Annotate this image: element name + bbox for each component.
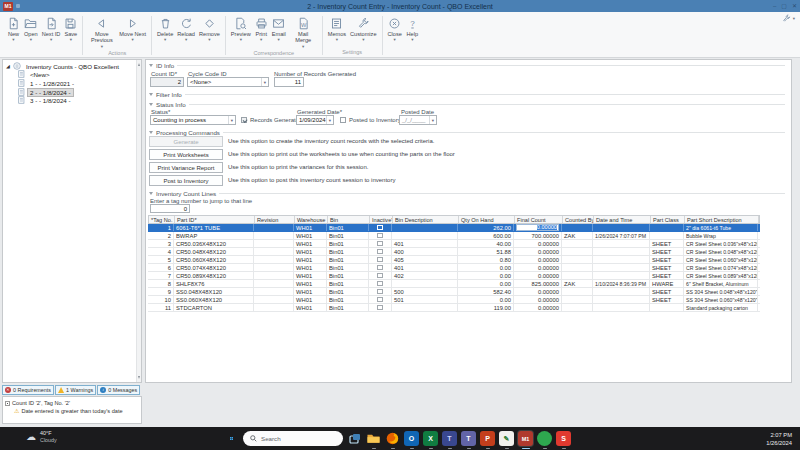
start-button[interactable] [224, 431, 239, 446]
chevron-down-icon[interactable]: ▾ [261, 78, 266, 86]
print-button[interactable]: Print▾ [253, 14, 270, 43]
collapse-icon[interactable] [5, 401, 10, 406]
cell-inactive[interactable] [369, 272, 392, 279]
ribbon-quick-customize-icon[interactable]: ▾ [782, 14, 795, 23]
inactive-checkbox[interactable] [377, 281, 383, 287]
print-variance-report-button[interactable]: Print Variance Report [149, 162, 223, 173]
inactive-checkbox[interactable] [377, 249, 383, 255]
notes-app-icon[interactable]: ✎ [499, 431, 514, 446]
green-app-icon[interactable] [537, 431, 552, 446]
new-button[interactable]: New▾ [5, 14, 22, 43]
column-header-final_count[interactable]: Final Count [515, 216, 563, 223]
mail-merge-button[interactable]: WMail Merge▾ [288, 14, 319, 49]
email-button[interactable]: Email▾ [270, 14, 288, 43]
section-processing-commands[interactable]: Processing Commands [149, 129, 785, 136]
inactive-checkbox[interactable] [377, 233, 383, 239]
posted-date-field[interactable]: _/_/____ ▾ [399, 115, 437, 125]
taskbar-clock[interactable]: 2:07 PM 1/26/2024 [766, 432, 792, 447]
cell-inactive[interactable] [369, 232, 392, 239]
section-inventory-count-lines[interactable]: Inventory Count Lines [149, 190, 785, 197]
checkbox-checked-icon[interactable] [241, 117, 247, 123]
records-generated-count-field[interactable]: 11 [274, 77, 304, 87]
reload-button[interactable]: Reload▾ [175, 14, 197, 43]
table-row-tag-2[interactable]: 2BWRAPWH01Bin01600.00700.00000ZAK1/26/20… [148, 232, 760, 240]
section-id-info[interactable]: ID Info [149, 62, 785, 69]
scroll-down-icon[interactable] [138, 376, 140, 379]
move-next-button[interactable]: Move Next▾ [117, 14, 148, 43]
status-dropdown[interactable]: Counting in process ▾ [150, 115, 236, 125]
cell-inactive[interactable] [369, 224, 392, 231]
save-button[interactable]: Save▾ [62, 14, 79, 43]
table-row-tag-8[interactable]: 8SHLF8X76WH01Bin010.00825.00000ZAK1/10/2… [148, 280, 760, 288]
tab-messages[interactable]: i 0 Messages [97, 385, 140, 395]
customize-button[interactable]: Customize▾ [348, 14, 378, 43]
taskbar-weather-widget[interactable]: ☁ 40°F Cloudy [26, 430, 57, 444]
inactive-checkbox[interactable] [377, 289, 383, 295]
help-button[interactable]: ?Help▾ [404, 14, 421, 43]
tree-expander-icon[interactable]: ◢ [6, 64, 11, 69]
section-collapse-icon[interactable] [149, 131, 153, 134]
next-id-button[interactable]: Next ID▾ [40, 14, 63, 43]
cell-inactive[interactable] [369, 240, 392, 247]
cell-inactive[interactable] [369, 256, 392, 263]
table-row-tag-5[interactable]: 5CR50.060X48X120WH01Bin014050.800.00000S… [148, 256, 760, 264]
teams-icon[interactable]: T [442, 431, 457, 446]
column-header-warehouse[interactable]: Warehouse [295, 216, 328, 223]
column-header-short_description[interactable]: Part Short Description [685, 216, 759, 223]
cell-inactive[interactable] [369, 248, 392, 255]
post-to-inventory-button[interactable]: Post to Inventory [149, 175, 223, 186]
tree-scrollbar[interactable] [136, 60, 141, 382]
open-button[interactable]: Open▾ [22, 14, 40, 43]
final-count-edit-field[interactable]: 0.00000 [516, 224, 559, 231]
maximize-button[interactable]: ▢ [781, 3, 787, 9]
inactive-checkbox[interactable] [377, 265, 383, 271]
generate-button[interactable]: Generate [149, 136, 223, 147]
tree-item-count-3[interactable]: 3 - - 1/8/2024 - [3, 96, 141, 105]
scroll-up-icon[interactable] [138, 63, 140, 66]
checkbox-unchecked-icon[interactable] [340, 117, 346, 123]
chevron-down-icon[interactable]: ▾ [228, 116, 233, 124]
section-status-info[interactable]: Status Info [149, 101, 785, 108]
table-row-tag-11[interactable]: 11STDCARTONWH01Bin01119.000.00000Standar… [148, 304, 760, 312]
cell-inactive[interactable] [369, 264, 392, 271]
m1-icon[interactable]: M1 [518, 431, 533, 446]
column-header-date_and_time[interactable]: Date and Time [594, 216, 651, 223]
move-previous-button[interactable]: Move Previous▾ [86, 14, 117, 49]
task-view-icon[interactable] [347, 431, 362, 446]
firefox-icon[interactable] [385, 431, 400, 446]
table-row-tag-9[interactable]: 9SS0.048X48X120WH01Bin01500582.400.00000… [148, 288, 760, 296]
tree-item-count-2-selected[interactable]: 2 - - 1/8/2024 - [3, 88, 141, 97]
table-row-tag-7[interactable]: 7CR50.089X48X120WH01Bin014020.000.00000S… [148, 272, 760, 280]
column-header-tag[interactable]: *Tag No. [149, 216, 175, 223]
inactive-checkbox[interactable] [377, 225, 383, 231]
column-header-inactive[interactable]: Inactive? [370, 216, 393, 223]
table-row-tag-3[interactable]: 3CR50.036X48X120WH01Bin0140140.000.00000… [148, 240, 760, 248]
section-collapse-icon[interactable] [149, 64, 153, 67]
table-row-tag-10[interactable]: 10SS0.060X48X120WH01Bin015010.000.00000S… [148, 296, 760, 304]
table-row-tag-4[interactable]: 4CR50.048X48X120WH01Bin0140051.880.00000… [148, 248, 760, 256]
tab-warnings[interactable]: 1 Warnings [55, 385, 96, 395]
cell-final_count[interactable]: 0.00000 [514, 224, 562, 231]
print-worksheets-button[interactable]: Print Worksheets [149, 149, 223, 160]
inactive-checkbox[interactable] [377, 257, 383, 263]
memos-button[interactable]: Memos▾ [326, 14, 348, 43]
inactive-checkbox[interactable] [377, 273, 383, 279]
tree-item-new[interactable]: <New> [3, 71, 141, 80]
taskbar-search-box[interactable]: Search [243, 431, 343, 446]
snagit-icon[interactable]: S [556, 431, 571, 446]
section-collapse-icon[interactable] [149, 103, 153, 106]
column-header-qty_on_hand[interactable]: Qty On Hand [459, 216, 515, 223]
column-header-bin[interactable]: Bin [328, 216, 370, 223]
tree-root-item[interactable]: ◢ Inventory Counts - QBO Excellent [3, 62, 141, 71]
cell-inactive[interactable] [369, 304, 392, 311]
section-collapse-icon[interactable] [149, 192, 153, 195]
powerpoint-icon[interactable]: P [480, 431, 495, 446]
column-header-part_class[interactable]: Part Class [651, 216, 685, 223]
warning-detail-row[interactable]: ⚠ Date entered is greater than today's d… [5, 407, 139, 415]
cycle-code-dropdown[interactable]: <None> ▾ [187, 77, 269, 87]
column-header-part_id[interactable]: Part ID* [175, 216, 255, 223]
chevron-down-icon[interactable]: ▾ [326, 116, 331, 124]
excel-icon[interactable]: X [423, 431, 438, 446]
preview-button[interactable]: Preview▾ [229, 14, 253, 43]
remove-button[interactable]: Remove▾ [197, 14, 222, 43]
